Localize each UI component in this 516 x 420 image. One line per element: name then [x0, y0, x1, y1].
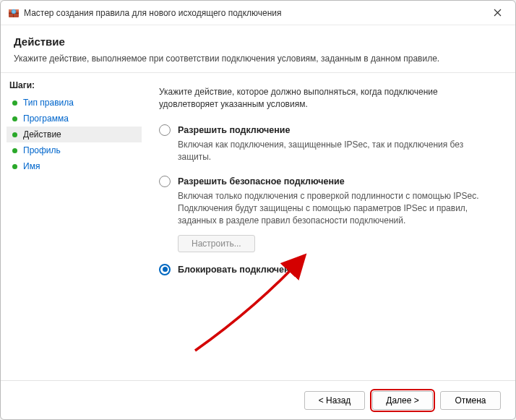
window-title-container: Мастер создания правила для нового исход… — [8, 7, 486, 19]
bullet-icon — [12, 164, 17, 169]
option-desc: Включая как подключения, защищенные IPSe… — [178, 139, 498, 164]
next-button[interactable]: Далее > — [372, 391, 433, 410]
step-action[interactable]: Действие — [7, 127, 142, 142]
option-allow: Разрешить подключение Включая как подклю… — [159, 124, 498, 164]
close-button[interactable] — [486, 2, 508, 24]
option-title: Блокировать подключение — [178, 265, 300, 275]
bullet-icon — [12, 100, 17, 106]
steps-sidebar: Шаги: Тип правила Программа Действие Про… — [1, 73, 142, 380]
radio-allow-secure[interactable] — [159, 176, 171, 187]
option-title: Разрешить подключение — [178, 125, 290, 135]
back-button[interactable]: < Назад — [304, 391, 365, 410]
step-label: Программа — [23, 113, 69, 124]
page-header: Действие Укажите действие, выполняемое п… — [1, 25, 515, 73]
option-head: Разрешить безопасное подключение — [159, 176, 498, 187]
bullet-icon — [12, 116, 17, 121]
page-title: Действие — [14, 35, 502, 48]
configure-button: Настроить... — [178, 235, 255, 252]
footer: < Назад Далее > Отмена — [1, 380, 515, 419]
main-panel: Укажите действие, которое должно выполня… — [142, 73, 515, 380]
step-program[interactable]: Программа — [7, 111, 142, 127]
wizard-window: Мастер создания правила для нового исход… — [0, 0, 516, 420]
window-title: Мастер создания правила для нового исход… — [24, 8, 282, 18]
steps-title: Шаги: — [7, 80, 142, 95]
intro-text: Укажите действие, которое должно выполня… — [159, 86, 498, 111]
option-head: Разрешить подключение — [159, 124, 498, 136]
titlebar: Мастер создания правила для нового исход… — [1, 1, 515, 25]
firewall-icon — [8, 7, 20, 19]
option-head: Блокировать подключение — [159, 264, 498, 275]
step-rule-type[interactable]: Тип правила — [7, 95, 142, 111]
step-label: Имя — [23, 161, 40, 171]
option-desc: Включая только подключения с проверкой п… — [178, 190, 498, 228]
option-block: Блокировать подключение — [159, 264, 498, 275]
bullet-icon — [12, 132, 17, 137]
bullet-icon — [12, 148, 17, 153]
radio-block[interactable] — [159, 264, 171, 275]
annotation-arrow — [181, 242, 318, 358]
cancel-button[interactable]: Отмена — [440, 391, 501, 410]
option-title: Разрешить безопасное подключение — [178, 176, 345, 187]
radio-allow[interactable] — [159, 124, 171, 136]
body: Шаги: Тип правила Программа Действие Про… — [1, 73, 515, 380]
step-profile[interactable]: Профиль — [7, 142, 142, 158]
step-name[interactable]: Имя — [7, 158, 142, 174]
svg-point-5 — [12, 9, 16, 13]
step-label: Тип правила — [23, 98, 74, 108]
close-icon — [494, 9, 502, 17]
page-description: Укажите действие, выполняемое при соотве… — [14, 53, 502, 64]
step-label: Действие — [23, 129, 61, 140]
option-allow-secure: Разрешить безопасное подключение Включая… — [159, 176, 498, 252]
step-label: Профиль — [23, 145, 61, 155]
